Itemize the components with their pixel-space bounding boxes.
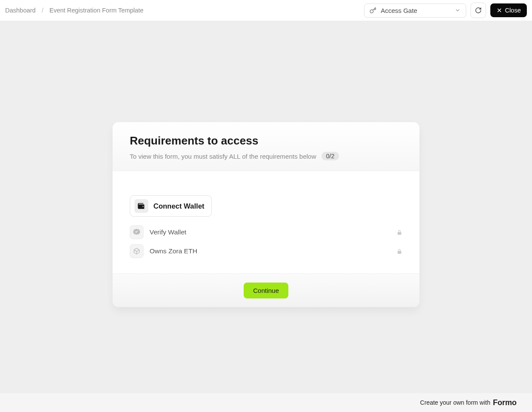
main-canvas: Requirements to access To view this form… [0,21,532,393]
card-footer: Continue [113,274,419,307]
continue-button[interactable]: Continue [244,283,288,298]
header-bar: Dashboard / Event Registration Form Temp… [0,0,532,21]
requirement-owns-zora-eth: Owns Zora ETH [130,244,402,258]
page-footer: Create your own form with Formo [0,393,532,412]
requirements-card: Requirements to access To view this form… [113,122,419,307]
card-title: Requirements to access [130,134,402,148]
wallet-icon [135,199,148,213]
requirement-label: Owns Zora ETH [150,247,391,255]
refresh-button[interactable] [471,3,486,18]
card-body: Connect Wallet Verify Wallet [113,171,419,274]
card-sub-row: To view this form, you must satisfy ALL … [130,152,402,160]
footer-text: Create your own form with [420,399,490,406]
breadcrumb-current[interactable]: Event Registration Form Template [49,7,144,14]
connect-wallet-label: Connect Wallet [153,202,205,210]
close-button[interactable]: Close [490,3,527,17]
connect-wallet-button[interactable]: Connect Wallet [130,195,212,217]
refresh-icon [475,7,482,14]
progress-badge: 0/2 [321,152,339,160]
lock-icon [397,249,402,254]
card-header: Requirements to access To view this form… [113,122,419,171]
close-label: Close [505,7,521,14]
requirement-verify-wallet: Verify Wallet [130,225,402,239]
requirements-list: Verify Wallet Owns Zora ETH [130,225,402,258]
access-gate-label: Access Gate [381,7,450,14]
header-actions: Access Gate Close [364,3,527,18]
verify-badge-icon [130,225,144,239]
footer-brand[interactable]: Formo [493,398,517,407]
cube-icon [130,244,144,258]
lock-icon [397,230,402,235]
key-icon [370,7,376,14]
chevron-down-icon [455,7,461,13]
close-icon [496,7,502,13]
breadcrumb-separator: / [42,7,43,14]
breadcrumb: Dashboard / Event Registration Form Temp… [5,7,144,14]
requirement-label: Verify Wallet [150,228,391,236]
access-gate-select[interactable]: Access Gate [364,3,466,18]
card-subtitle: To view this form, you must satisfy ALL … [130,153,316,160]
breadcrumb-dashboard[interactable]: Dashboard [5,7,36,14]
